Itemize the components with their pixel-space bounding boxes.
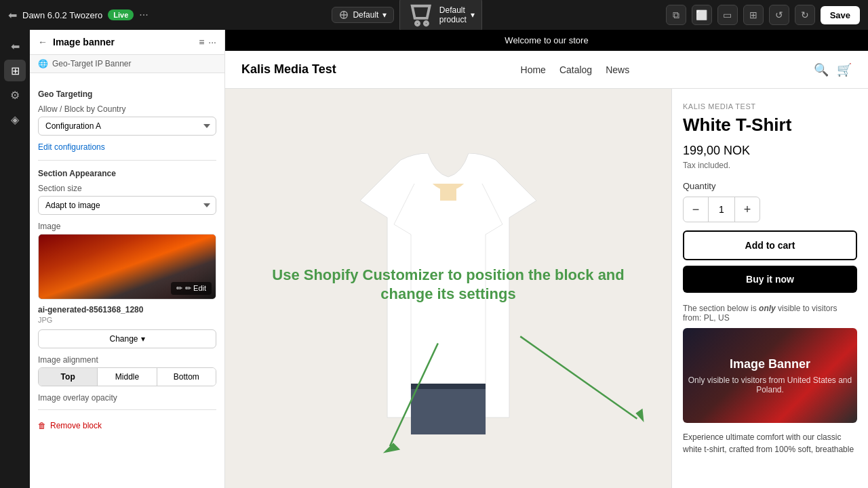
person-silhouette [360,184,536,434]
main-layout: ⬅ ⊞ ⚙ ◈ ← Image banner ≡ ··· 🌐 Geo-Targe… [0,30,868,488]
product-image-area: Use Shopify Customizer to position the b… [225,89,671,488]
image-filename: ai-generated-8561368_1280 [38,305,216,314]
layout-icon-2[interactable]: ⬜ [692,5,712,25]
top-bar: ⬅ Dawn 6.0.2 Twozero Live ··· Default ▾ … [0,0,868,30]
panel-more-icon[interactable]: ··· [208,37,216,47]
top-bar-right: ⧉ ⬜ ▭ ⊞ ↺ ↻ Save [666,5,860,25]
panel-breadcrumb: 🌐 Geo-Target IP Banner [30,55,224,73]
alignment-buttons: Top Middle Bottom [38,367,216,386]
product-chevron: ▾ [471,10,475,20]
section-size-wrapper: Adapt to image Small Medium Large [38,196,216,215]
panel-list-icon[interactable]: ≡ [199,37,204,47]
edit-overlay-button[interactable]: ✏ ✏ Edit [171,282,212,295]
overlay-opacity-label: Image overlay opacity [38,393,216,403]
preview-area: Welcome to our store Kalis Media Test Ho… [225,30,868,488]
image-banner-preview: Image Banner Only visible to visitors fr… [683,328,857,423]
panel-back-icon[interactable]: ← [38,37,47,47]
divider-1 [38,160,216,161]
icon-sidebar: ⬅ ⊞ ⚙ ◈ [0,30,30,488]
divider-2 [38,409,216,410]
image-label: Image [38,222,216,231]
svg-point-1 [416,22,419,25]
app-name: Dawn 6.0.2 Twozero [22,10,102,20]
live-badge: Live [108,9,134,20]
image-alignment-label: Image alignment [38,355,216,365]
remove-label: Remove block [50,421,102,430]
product-title: White T-Shirt [683,115,857,136]
dots-menu[interactable]: ··· [139,9,148,21]
panel-title: Image banner [53,37,193,47]
cart-icon[interactable]: 🛒 [837,62,852,77]
geo-notice-emphasis: only [759,304,776,313]
panel-header: ← Image banner ≡ ··· [30,30,224,55]
quantity-increment[interactable]: + [735,197,760,222]
brand-label: KALIS MEDIA TEST [683,102,857,110]
align-middle-button[interactable]: Middle [98,368,157,386]
trash-icon: 🗑 [38,421,46,430]
edit-label: ✏ Edit [185,284,206,293]
sidebar-nav-sections[interactable]: ⊞ [4,60,26,81]
breadcrumb-text: Geo-Target IP Banner [52,59,132,68]
top-bar-left: ⬅ Dawn 6.0.2 Twozero Live ··· [8,9,149,22]
sidebar-nav-home[interactable]: ⬅ [4,35,26,57]
nav-news[interactable]: News [606,64,629,75]
section-size-label: Section size [38,184,216,193]
svg-point-2 [425,22,428,25]
config-select[interactable]: Configuration A Configuration B [38,117,216,136]
section-appearance-label: Section Appearance [38,169,216,178]
sidebar-nav-theme[interactable]: ⚙ [4,84,26,106]
panel-content: Geo Targeting Allow / Block by Country C… [30,73,224,488]
layout-icon-4[interactable]: ⊞ [743,5,764,25]
quantity-decrement[interactable]: − [684,197,708,222]
quantity-control: − 1 + [683,197,760,222]
image-preview-wrapper: ✏ ✏ Edit [38,234,216,300]
undo-button[interactable]: ↺ [769,5,789,25]
image-type: JPG [38,316,216,324]
change-label: Change [109,334,138,344]
tshirt-container [353,143,543,434]
quantity-label: Quantity [683,181,857,191]
top-bar-center: Default ▾ Default product ▾ [157,0,658,33]
store-banner: Welcome to our store [225,30,868,51]
remove-block-button[interactable]: 🗑 Remove block [38,417,216,434]
product-desc: Experience ultimate comfort with our cla… [683,431,857,455]
change-image-button[interactable]: Change ▾ [38,329,216,348]
banner-bg: Image Banner Only visible to visitors fr… [683,328,857,423]
align-bottom-button[interactable]: Bottom [157,368,216,386]
person-svg [360,184,536,434]
product-selector[interactable]: Default product ▾ [399,0,481,33]
layout-icon-3[interactable]: ▭ [717,5,738,25]
store-nav: Kalis Media Test Home Catalog News 🔍 🛒 [225,51,868,89]
section-size-select[interactable]: Adapt to image Small Medium Large [38,196,216,215]
geo-notice-text: The section below is [683,304,757,313]
edit-pencil-icon: ✏ [176,284,182,293]
allow-block-label: Allow / Block by Country [38,104,216,114]
save-button[interactable]: Save [821,6,860,24]
sidebar-nav-apps[interactable]: ◈ [4,108,26,130]
svg-rect-4 [411,387,486,434]
panel: ← Image banner ≡ ··· 🌐 Geo-Target IP Ban… [30,30,225,488]
buy-now-button[interactable]: Buy it now [683,266,857,293]
panel-header-icons: ≡ ··· [199,37,216,47]
nav-home[interactable]: Home [521,64,546,75]
banner-title: Image Banner [730,357,810,371]
store-nav-actions: 🔍 🛒 [814,62,852,77]
geo-notice: The section below is only visible to vis… [683,304,857,323]
theme-selector[interactable]: Default ▾ [332,7,394,23]
nav-catalog[interactable]: Catalog [559,64,592,75]
quantity-value: 1 [708,197,735,222]
product-panel: KALIS MEDIA TEST White T-Shirt 199,00 NO… [671,89,868,488]
back-icon[interactable]: ⬅ [8,9,17,22]
config-select-wrapper: Configuration A Configuration B [38,117,216,136]
align-top-button[interactable]: Top [39,368,98,386]
globe-icon: 🌐 [38,59,48,68]
add-to-cart-button[interactable]: Add to cart [683,230,857,260]
store-nav-links: Home Catalog News [521,64,630,75]
redo-button[interactable]: ↻ [795,5,815,25]
layout-icon-1[interactable]: ⧉ [666,5,686,25]
search-icon[interactable]: 🔍 [814,62,829,77]
edit-config-link[interactable]: Edit configurations [38,142,216,152]
geo-targeting-label: Geo Targeting [38,89,216,99]
svg-marker-9 [635,409,644,422]
product-label: Default product [439,5,467,24]
